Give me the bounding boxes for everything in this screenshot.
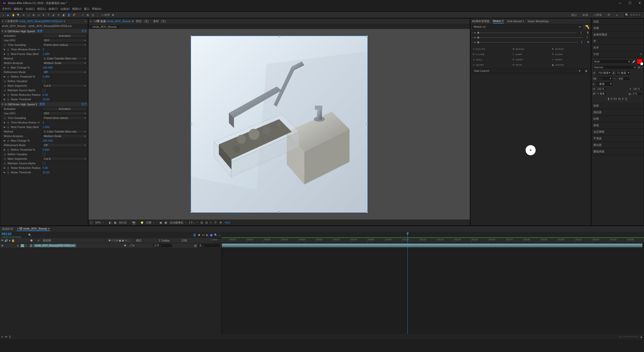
col-lock-icon[interactable]: 🔒 (11, 239, 15, 242)
tab-footage-none[interactable]: 素材 （无） (153, 19, 168, 24)
faux-bold-button[interactable]: T (608, 97, 610, 101)
mask-icon[interactable]: ⊞ (201, 221, 203, 224)
layer-sw-quality[interactable]: ╱ (130, 244, 132, 247)
font-weight-dropdown[interactable]: Narrow▾ (593, 65, 637, 70)
stopwatch-icon[interactable] (7, 139, 10, 142)
tab-motion2[interactable]: Motion 2 (493, 19, 504, 23)
twirl-icon[interactable]: ▶ (4, 48, 6, 51)
property-value[interactable]: 1.000 (43, 125, 50, 129)
twirl-icon[interactable]: ▶ (4, 98, 6, 101)
property-dropdown[interactable]: Medium Scale▾ (43, 134, 87, 138)
panel-paragraph[interactable]: 段落 (591, 103, 644, 109)
hscale-input[interactable]: 100 % (632, 87, 642, 91)
panel-library[interactable]: 库 (591, 38, 644, 45)
tl-icon-1[interactable]: 🌀 (193, 234, 196, 236)
safe-icon[interactable]: ⌗ (210, 221, 212, 224)
fx-twirl[interactable]: ▼ (1, 103, 4, 106)
property-value[interactable]: 2 (43, 121, 44, 124)
snap-toggle[interactable]: □ 对齐 (102, 13, 110, 17)
task-launch-dropdown[interactable]: Task Launch▾ (472, 69, 582, 73)
views-dropdown[interactable]: 1个... (189, 221, 198, 225)
col-switch-2[interactable]: ◇ (111, 239, 113, 242)
pen-tool-icon[interactable]: ✒ (42, 13, 45, 17)
timeline-ruler[interactable]: 0000000100002000030000400005000060000700… (212, 238, 644, 243)
twirl-icon[interactable]: ▶ (4, 66, 6, 69)
tl-icon-4[interactable]: ◐ (206, 234, 208, 236)
roto-tool-icon[interactable]: 👤 (67, 13, 71, 17)
property-value[interactable]: 5.000 (43, 75, 50, 78)
home-icon[interactable]: ⌂ (2, 13, 5, 17)
col-switch-3[interactable]: ╲ (114, 239, 115, 242)
property-dropdown[interactable]: Medium Scale▾ (43, 61, 87, 65)
timecode-icon[interactable]: ⏱ (214, 221, 217, 224)
panel-wiggler[interactable]: 摆动器 (591, 142, 644, 148)
playhead[interactable] (407, 233, 408, 334)
kerning-input[interactable]: – –▾ (597, 76, 613, 81)
motion-tool-burst[interactable]: ✷BURST (551, 47, 589, 51)
motion-tool-spin[interactable]: ⟳SPIN (511, 63, 550, 67)
fx-reset-link[interactable]: 重置 (37, 29, 43, 33)
motion-tool-null[interactable]: ◇NULL (472, 57, 510, 62)
menu-composition[interactable]: 合成(C) (25, 7, 35, 11)
task-delete-button[interactable]: 🗑 (583, 69, 589, 73)
help-search[interactable]: 🔍 搜索帮助 (623, 13, 642, 17)
timeline-zoom-slider[interactable] (623, 336, 638, 337)
property-value[interactable]: 0.00 (43, 93, 48, 96)
property-dropdown[interactable]: Off▾ (43, 70, 87, 74)
property-dropdown[interactable]: 1. Color Transfer (fine colo▾ (43, 130, 87, 134)
close-button[interactable]: ✕ (637, 1, 642, 5)
property-dropdown[interactable]: OFF▾ (43, 111, 87, 115)
camera-dropdown[interactable]: 活动摄像机 (170, 221, 186, 225)
tracking-input[interactable]: 800 (617, 77, 630, 81)
stopwatch-icon[interactable] (7, 93, 10, 96)
guides-icon[interactable]: ⊟ (205, 221, 208, 224)
layer-sw-fx[interactable]: fx (132, 244, 135, 247)
local-axis-icon[interactable]: ↗ (81, 13, 84, 17)
stopwatch-icon[interactable] (4, 153, 7, 156)
twirl-icon[interactable]: ▶ (4, 171, 6, 174)
stopwatch-icon[interactable] (7, 48, 10, 51)
col-switch-6[interactable]: ◉ (122, 239, 124, 242)
panel-paint[interactable]: 绘图 (591, 116, 644, 122)
toggle-brackets-icon[interactable]: {} (9, 335, 11, 338)
fx-about-link[interactable]: 关于 (81, 102, 87, 106)
faux-italic-button[interactable]: T (611, 97, 613, 101)
stopwatch-icon[interactable] (4, 157, 7, 160)
clone-tool-icon[interactable]: ⎘ (57, 13, 60, 17)
fx-enable-toggle[interactable]: fx (5, 103, 7, 106)
stopwatch-icon[interactable] (4, 89, 7, 92)
col-switch-5[interactable]: ▣ (119, 239, 121, 242)
col-visibility-icon[interactable]: 👁 (1, 239, 4, 242)
slider-1[interactable]: ‹● 0 🧍 (472, 31, 589, 34)
stopwatch-icon[interactable] (4, 84, 7, 87)
property-checkbox[interactable] (43, 162, 45, 165)
effect-controls-tab[interactable]: × 效果控件 xinde_AOV_Beauty[0000-0250].exr ≡ (5, 19, 65, 23)
always-preview-icon[interactable]: 🖵 (90, 221, 93, 224)
toggle-switches-icon[interactable]: ⎘ (2, 335, 3, 338)
menu-help[interactable]: 帮助(H) (92, 7, 101, 11)
fx-twirl[interactable]: ▼ (1, 30, 4, 33)
view-axis-icon[interactable]: ◫ (91, 13, 94, 17)
col-switch-1[interactable]: ✱ (108, 239, 111, 242)
orbit-tool-icon[interactable]: ⟲ (22, 13, 25, 17)
property-value[interactable]: 0.00 (43, 166, 48, 169)
activation-button[interactable]: Activation (43, 107, 87, 111)
layer-twirl[interactable]: ▶ (17, 244, 20, 247)
tab-duik[interactable]: Duik Bassel.1 (507, 19, 524, 23)
composition-viewport[interactable] (88, 29, 470, 219)
fx-header[interactable]: ▼ fx DEFlicker High Speed 2 重置 关于 (0, 102, 88, 107)
motion-tool-orbit[interactable]: ↻ORBIT (511, 57, 550, 62)
fx-reset-link[interactable]: 重置 (39, 102, 45, 106)
stopwatch-icon[interactable] (7, 148, 10, 151)
stopwatch-icon[interactable] (7, 166, 10, 169)
timeline-search[interactable]: 🔍 (28, 234, 31, 236)
stopwatch-icon[interactable] (7, 66, 10, 69)
comp-subtab[interactable]: xinde_AOV_Beauty (90, 24, 119, 29)
tl-icon-7[interactable]: ⌂ (219, 234, 220, 236)
tl-icon-3[interactable]: 🏷 (202, 234, 205, 236)
property-value[interactable]: 100.000 (43, 139, 53, 142)
twirl-icon[interactable]: ▶ (4, 121, 6, 124)
minimize-button[interactable]: — (618, 1, 623, 5)
panel-motion-sketch[interactable]: 动态草图 (591, 129, 644, 135)
zoom-in-icon[interactable]: ▲ (640, 335, 642, 338)
